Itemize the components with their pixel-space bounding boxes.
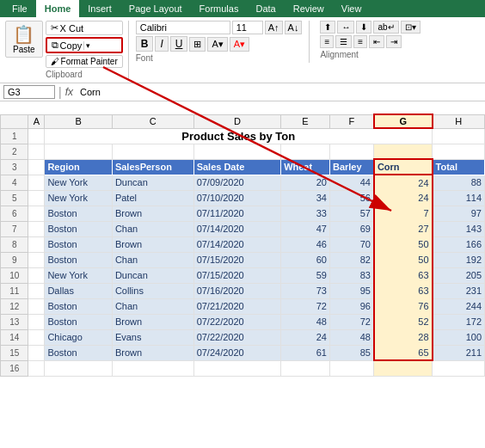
cell-c7[interactable]: Chan xyxy=(112,221,193,236)
cell-h3[interactable]: Total xyxy=(433,159,485,175)
cell-a1[interactable] xyxy=(28,128,45,144)
cell-g8[interactable]: 50 xyxy=(374,236,433,252)
cell-a13[interactable] xyxy=(28,314,45,329)
cell-f2[interactable] xyxy=(329,144,373,159)
cell-g10[interactable]: 63 xyxy=(374,267,433,283)
cell-b7[interactable]: Boston xyxy=(45,221,112,236)
cell-c12[interactable]: Chan xyxy=(112,298,193,314)
cell-e16[interactable] xyxy=(281,360,330,376)
cell-g3[interactable]: Corn xyxy=(374,159,433,175)
cell-h7[interactable]: 143 xyxy=(433,221,485,236)
col-header-d[interactable]: D xyxy=(193,114,281,128)
tab-review[interactable]: Review xyxy=(285,0,333,17)
cell-d13[interactable]: 07/22/2020 xyxy=(193,314,281,329)
col-header-f[interactable]: F xyxy=(329,114,373,128)
cell-d10[interactable]: 07/15/2020 xyxy=(193,267,281,283)
cell-d16[interactable] xyxy=(193,360,281,376)
cell-b3[interactable]: Region xyxy=(45,159,112,175)
cell-c14[interactable]: Evans xyxy=(112,329,193,345)
increase-font-button[interactable]: A↑ xyxy=(265,21,283,34)
cell-e12[interactable]: 72 xyxy=(281,298,330,314)
cell-g9[interactable]: 50 xyxy=(374,252,433,267)
tab-data[interactable]: Data xyxy=(247,0,284,17)
cell-e11[interactable]: 73 xyxy=(281,283,330,298)
cell-e2[interactable] xyxy=(281,144,330,159)
indent-decrease-button[interactable]: ⇤ xyxy=(369,35,384,48)
fill-color-button[interactable]: A▾ xyxy=(207,37,227,52)
cell-c10[interactable]: Duncan xyxy=(112,267,193,283)
cell-g12[interactable]: 76 xyxy=(374,298,433,314)
col-header-h[interactable]: H xyxy=(433,114,485,128)
cell-b11[interactable]: Dallas xyxy=(45,283,112,298)
cell-f15[interactable]: 85 xyxy=(329,345,373,360)
cell-h10[interactable]: 205 xyxy=(433,267,485,283)
cell-e9[interactable]: 60 xyxy=(281,252,330,267)
cell-e15[interactable]: 61 xyxy=(281,345,330,360)
cell-e7[interactable]: 47 xyxy=(281,221,330,236)
cell-d4[interactable]: 07/09/2020 xyxy=(193,175,281,190)
border-button[interactable]: ⊞ xyxy=(189,37,206,52)
cell-b2[interactable] xyxy=(45,144,112,159)
cell-e5[interactable]: 34 xyxy=(281,190,330,206)
cell-e4[interactable]: 20 xyxy=(281,175,330,190)
cell-f14[interactable]: 48 xyxy=(329,329,373,345)
col-header-a[interactable]: A xyxy=(28,114,45,128)
cell-h12[interactable]: 244 xyxy=(433,298,485,314)
cell-e13[interactable]: 48 xyxy=(281,314,330,329)
cell-d14[interactable]: 07/22/2020 xyxy=(193,329,281,345)
tab-formulas[interactable]: Formulas xyxy=(191,0,248,17)
cell-b5[interactable]: New York xyxy=(45,190,112,206)
cell-c2[interactable] xyxy=(112,144,193,159)
cell-h14[interactable]: 100 xyxy=(433,329,485,345)
paste-button[interactable]: 📋 Paste xyxy=(5,21,43,58)
cell-b6[interactable]: Boston xyxy=(45,206,112,221)
cell-c5[interactable]: Patel xyxy=(112,190,193,206)
cell-d2[interactable] xyxy=(193,144,281,159)
cell-h8[interactable]: 166 xyxy=(433,236,485,252)
cut-button[interactable]: ✂ X Cut xyxy=(46,21,123,35)
cell-h1[interactable] xyxy=(433,128,485,144)
cell-f10[interactable]: 83 xyxy=(329,267,373,283)
cell-f6[interactable]: 57 xyxy=(329,206,373,221)
cell-a7[interactable] xyxy=(28,221,45,236)
cell-h11[interactable]: 231 xyxy=(433,283,485,298)
indent-increase-button[interactable]: ⇥ xyxy=(386,35,402,48)
col-header-g[interactable]: G xyxy=(374,114,433,128)
cell-a4[interactable] xyxy=(28,175,45,190)
cell-b16[interactable] xyxy=(45,360,112,376)
font-color-button[interactable]: A▾ xyxy=(230,37,249,52)
cell-c15[interactable]: Brown xyxy=(112,345,193,360)
cell-c8[interactable]: Brown xyxy=(112,236,193,252)
col-header-c[interactable]: C xyxy=(112,114,193,128)
cell-g14[interactable]: 28 xyxy=(374,329,433,345)
cell-d3[interactable]: Sales Date xyxy=(193,159,281,175)
cell-a8[interactable] xyxy=(28,236,45,252)
align-left-button[interactable]: ≡ xyxy=(320,35,334,48)
cell-d5[interactable]: 07/10/2020 xyxy=(193,190,281,206)
cell-b4[interactable]: New York xyxy=(45,175,112,190)
cell-b10[interactable]: New York xyxy=(45,267,112,283)
tab-file[interactable]: File xyxy=(3,0,36,17)
cell-d8[interactable]: 07/14/2020 xyxy=(193,236,281,252)
wrap-text-button[interactable]: ab↵ xyxy=(373,21,398,34)
cell-c6[interactable]: Brown xyxy=(112,206,193,221)
font-name-input[interactable] xyxy=(136,21,230,34)
tab-home[interactable]: Home xyxy=(36,0,80,17)
align-middle-button[interactable]: ↔ xyxy=(337,21,354,34)
cell-g16[interactable] xyxy=(374,360,433,376)
tab-view[interactable]: View xyxy=(333,0,371,17)
cell-a12[interactable] xyxy=(28,298,45,314)
cell-e3[interactable]: Wheat xyxy=(281,159,330,175)
cell-f8[interactable]: 70 xyxy=(329,236,373,252)
align-right-button[interactable]: ≡ xyxy=(353,35,367,48)
cell-f9[interactable]: 82 xyxy=(329,252,373,267)
cell-h5[interactable]: 114 xyxy=(433,190,485,206)
cell-g6[interactable]: 7 xyxy=(374,206,433,221)
cell-a10[interactable] xyxy=(28,267,45,283)
cell-a2[interactable] xyxy=(28,144,45,159)
cell-f13[interactable]: 72 xyxy=(329,314,373,329)
cell-b8[interactable]: Boston xyxy=(45,236,112,252)
cell-f4[interactable]: 44 xyxy=(329,175,373,190)
cell-h16[interactable] xyxy=(433,360,485,376)
cell-e8[interactable]: 46 xyxy=(281,236,330,252)
